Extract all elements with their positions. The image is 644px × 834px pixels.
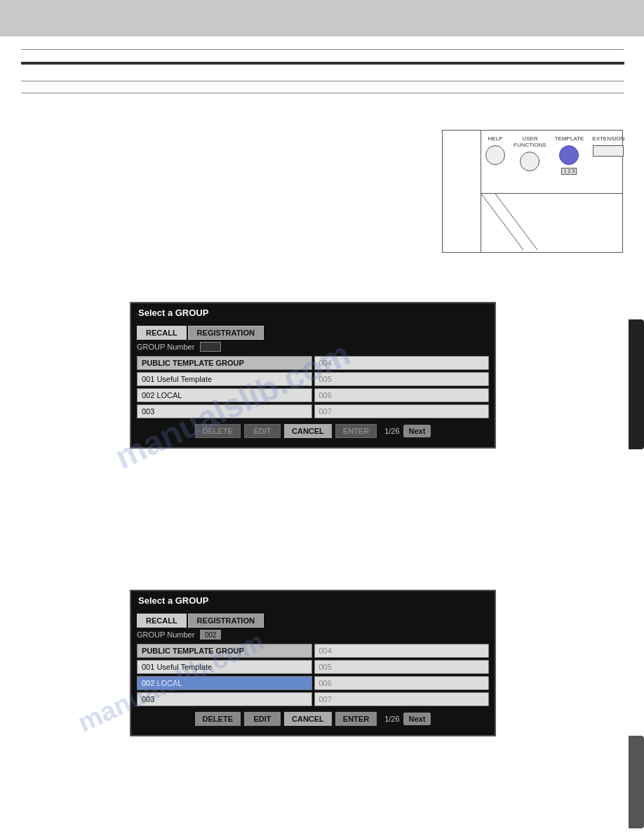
screen1-next-button[interactable]: Next bbox=[403, 425, 431, 437]
screen2-group-number-label: GROUP Number bbox=[137, 630, 194, 639]
screen2-tab-recall[interactable]: RECALL bbox=[137, 614, 187, 628]
screen2-tab-registration[interactable]: REGISTRATION bbox=[188, 614, 264, 628]
list-item[interactable]: 002 LOCAL bbox=[137, 388, 312, 402]
panel-diagram: HELP USERFUNCTIONS TEMPLATE 1 2 3 EXTENS… bbox=[442, 130, 623, 253]
screen-panel-2: Select a GROUP RECALL REGISTRATION GROUP… bbox=[130, 590, 496, 736]
template-label: TEMPLATE bbox=[555, 136, 584, 143]
screen1-tab-registration[interactable]: REGISTRATION bbox=[188, 326, 264, 340]
svg-line-0 bbox=[481, 194, 523, 250]
screen1-group-number-label: GROUP Number bbox=[137, 343, 194, 351]
list-item[interactable]: 001 Useful Template bbox=[137, 372, 312, 386]
list-item[interactable]: 005 bbox=[314, 660, 490, 674]
list-item[interactable]: 003 bbox=[137, 692, 312, 706]
screen-panel-1: Select a GROUP RECALL REGISTRATION GROUP… bbox=[130, 302, 496, 449]
screen2-list-grid: PUBLIC TEMPLATE GROUP 004 001 Useful Tem… bbox=[131, 642, 495, 708]
screen1-title: Select a GROUP bbox=[131, 303, 495, 322]
screen2-group-number-value: 002 bbox=[200, 630, 221, 640]
screen2-enter-button[interactable]: ENTER bbox=[335, 712, 377, 726]
screen2-cancel-button[interactable]: CANCEL bbox=[284, 712, 332, 726]
extension-label: EXTENSION bbox=[592, 136, 624, 143]
list-item[interactable]: 006 bbox=[314, 388, 490, 402]
hr-2 bbox=[21, 62, 624, 65]
hr-3 bbox=[21, 81, 624, 81]
screen1-enter-button[interactable]: ENTER bbox=[335, 424, 377, 438]
screen1-action-row: DELETE EDIT CANCEL ENTER 1/26 Next bbox=[131, 421, 495, 442]
list-item[interactable]: 007 bbox=[314, 692, 490, 706]
list-item-selected[interactable]: 002 LOCAL bbox=[137, 676, 312, 690]
list-item[interactable]: PUBLIC TEMPLATE GROUP bbox=[137, 644, 312, 658]
user-functions-button[interactable] bbox=[520, 152, 539, 171]
template-button[interactable] bbox=[559, 145, 579, 165]
screen2-page-info: 1/26 bbox=[384, 715, 399, 723]
svg-line-1 bbox=[495, 194, 537, 250]
screen2-title: Select a GROUP bbox=[131, 591, 495, 610]
extension-box bbox=[593, 145, 624, 157]
screen2-edit-button[interactable]: EDIT bbox=[244, 712, 281, 726]
screen1-list-grid: PUBLIC TEMPLATE GROUP 004 001 Useful Tem… bbox=[131, 354, 495, 421]
list-item[interactable]: 004 bbox=[314, 644, 490, 658]
hr-1 bbox=[21, 49, 624, 50]
screen2-delete-button[interactable]: DELETE bbox=[195, 712, 241, 726]
screen1-cancel-button[interactable]: CANCEL bbox=[284, 424, 332, 438]
right-tab-1 bbox=[629, 319, 644, 449]
list-item[interactable]: PUBLIC TEMPLATE GROUP bbox=[137, 356, 312, 370]
help-button[interactable] bbox=[485, 145, 505, 165]
list-item[interactable]: 005 bbox=[314, 372, 490, 386]
list-item[interactable]: 003 bbox=[137, 404, 312, 418]
screen2-next-button[interactable]: Next bbox=[403, 713, 431, 725]
screen1-tab-recall[interactable]: RECALL bbox=[137, 326, 187, 340]
screen1-page-info: 1/26 bbox=[384, 427, 399, 435]
list-item[interactable]: 006 bbox=[314, 676, 490, 690]
top-bar bbox=[0, 0, 644, 37]
list-item[interactable]: 004 bbox=[314, 356, 490, 370]
hr-4 bbox=[21, 93, 624, 93]
screen1-delete-button[interactable]: DELETE bbox=[195, 424, 241, 438]
screen2-action-row: DELETE EDIT CANCEL ENTER 1/26 Next bbox=[131, 708, 495, 729]
list-item[interactable]: 007 bbox=[314, 404, 490, 418]
help-label: HELP bbox=[488, 136, 503, 143]
user-functions-label: USERFUNCTIONS bbox=[514, 136, 546, 149]
screen1-group-number-value bbox=[200, 342, 221, 352]
screen1-edit-button[interactable]: EDIT bbox=[244, 424, 281, 438]
template-indicator: 1 2 3 bbox=[561, 168, 577, 175]
list-item[interactable]: 001 Useful Template bbox=[137, 660, 312, 674]
right-tab-2 bbox=[629, 736, 644, 828]
